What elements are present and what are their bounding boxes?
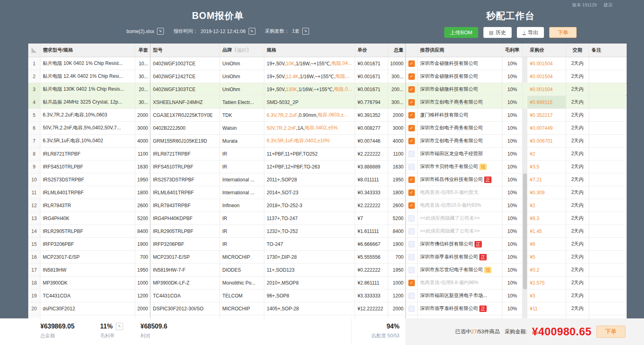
cell-row-number: 9	[28, 160, 40, 173]
vertical-scrollbar-thumb[interactable]	[523, 173, 527, 289]
order-button-bottom[interactable]: 下单	[596, 326, 625, 338]
cell-brand: Walsin	[220, 122, 264, 135]
cell-purchase-price[interactable]: ¥3	[527, 289, 566, 302]
row-checkbox[interactable]	[408, 228, 415, 235]
cell-purchase-price[interactable]: ¥6.3	[527, 212, 566, 225]
cell-supplier[interactable]: 电商直供-信用10.0-履约93%	[418, 199, 502, 212]
cell-delivery: 2天内	[566, 57, 589, 70]
row-checkbox[interactable]: ✓	[408, 138, 415, 144]
cell-matched-model: TC4431COA	[150, 289, 220, 302]
row-checkbox[interactable]	[408, 293, 415, 299]
cell-scroll-track	[523, 289, 527, 302]
row-checkbox[interactable]	[408, 241, 415, 247]
cell-delivery: 2天内	[566, 160, 589, 173]
cell-total-qty: 3000	[388, 122, 406, 135]
cell-supplier[interactable]: 深圳市金硕微科技有限公司	[418, 70, 502, 83]
cell-demand-model: 贴片电阻 130K 0402 1% Chip Resis...	[40, 83, 135, 96]
suggestion-link[interactable]: 建议	[604, 2, 613, 7]
cell-supplier[interactable]: 深圳市福田区龙业电子经营部	[418, 148, 502, 160]
cell-purchase-price[interactable]: ¥6	[527, 238, 566, 251]
row-checkbox[interactable]: ✓	[408, 280, 415, 286]
cell-supplier[interactable]: 深圳市福田区新亚洲电子市场...	[418, 289, 502, 302]
cell-purchase-price[interactable]: ¥2.575	[527, 276, 566, 289]
edit-sets-icon[interactable]: ✎	[302, 28, 309, 35]
cell-purchase-price[interactable]: ¥0.006701	[527, 135, 566, 148]
table-row: 3贴片电阻 130K 0402 1% Chip Resis...20...040…	[28, 83, 627, 96]
cell-supplier[interactable]: 电商直供-信用9.8-履约96%	[418, 276, 502, 289]
order-button-top[interactable]: 下单	[549, 27, 577, 38]
edit-time-icon[interactable]: ✎	[249, 28, 255, 35]
row-checkbox[interactable]: ✓	[408, 99, 415, 106]
table-body: 1贴片电阻 10K 0402 1% Chip Resist...10...040…	[28, 57, 627, 319]
row-checkbox[interactable]: ✓	[408, 125, 415, 131]
cell-purchase-price[interactable]: ¥3.5	[527, 160, 566, 173]
upload-bom-button[interactable]: 上传BOM	[444, 27, 478, 38]
export-button[interactable]: ↓ 导出	[517, 27, 544, 38]
cell-purchase-price[interactable]: ¥0.2	[527, 264, 566, 276]
row-checkbox[interactable]	[408, 164, 415, 170]
table-row: 56.3V,7R,2.2uF,电容,10%,06032000CGA3E1X7R0…	[28, 109, 627, 122]
row-checkbox[interactable]	[408, 215, 415, 222]
row-checkbox[interactable]	[408, 151, 415, 157]
cell-purchase-price[interactable]: ¥11	[527, 302, 566, 315]
cell-demand-model: MCP23017-E/SP	[40, 251, 135, 264]
cell-supplier[interactable]: 深圳市金硕微科技有限公司	[418, 83, 502, 96]
spec-segment: 1232+,TO-252	[267, 229, 298, 234]
cell-supplier[interactable]: 深圳市佛信科技有限公司正	[418, 238, 502, 251]
cell-total-qty: 8400	[388, 225, 406, 238]
cell-spec: 2011+,SOP28	[264, 173, 355, 186]
cell-purchase-price[interactable]: ¥1.45	[527, 225, 566, 238]
cell-supplier[interactable]: 深圳市立创电子商务有限公司	[418, 135, 502, 148]
cell-purchase-price[interactable]: ¥0.699115	[527, 96, 566, 109]
cell-supplier[interactable]: 深圳市立创电子商务有限公司	[418, 122, 502, 135]
cell-purchase-price[interactable]: ¥0.001504	[527, 57, 566, 70]
row-checkbox[interactable]	[408, 254, 415, 260]
row-checkbox[interactable]: ✓	[408, 112, 415, 118]
cell-supplier[interactable]: 深圳市卡贝特电子有限公司现	[418, 160, 502, 173]
cell-supplier[interactable]: 深圳市崇亨泰科技有限公司正	[418, 251, 502, 264]
row-checkbox[interactable]: ✓	[408, 73, 415, 80]
cell-purchase-price[interactable]: ¥0.309	[527, 186, 566, 199]
row-checkbox[interactable]: ✓	[408, 177, 415, 183]
cell-supplier[interactable]: 深圳市立创电子商务有限公司	[418, 96, 502, 109]
row-checkbox[interactable]: ✓	[408, 60, 415, 67]
cell-scroll-track	[523, 122, 527, 135]
cell-demand-model: dsPIC30F2012	[40, 302, 135, 315]
row-checkbox[interactable]	[408, 267, 415, 273]
cell-supplier[interactable]: 深圳市东芯世纪电子有限公司现	[418, 264, 502, 276]
cell-row-number: 2	[28, 70, 40, 83]
cell-supplier[interactable]: 厦门唯样科技有限公司	[418, 109, 502, 122]
edit-margin-icon[interactable]: ✎	[116, 323, 123, 330]
cell-purchase-price[interactable]: ¥0.007449	[527, 122, 566, 135]
select-all-corner[interactable]	[28, 44, 40, 57]
cell-row-number: 19	[28, 289, 40, 302]
cell-matched-model: IRFP3206PBF	[150, 238, 220, 251]
cell-purchase-price[interactable]: ¥0.001504	[527, 83, 566, 96]
cell-matched-model: IRLML6401TRPBF	[150, 186, 220, 199]
row-checkbox[interactable]	[408, 306, 415, 312]
cell-purchase-price[interactable]: ¥5	[527, 251, 566, 264]
cell-supplier[interactable]: <<此供应商隐藏了公司名>>	[418, 212, 502, 225]
cell-purchase-price[interactable]: ¥0.001504	[527, 70, 566, 83]
cell-supplier[interactable]: <<此供应商隐藏了公司名>>	[418, 225, 502, 238]
cell-remark	[589, 186, 626, 199]
row-checkbox[interactable]: ✓	[408, 86, 415, 93]
cell-supplier[interactable]: 深圳市金硕微科技有限公司	[418, 57, 502, 70]
cell-purchase-price[interactable]: ¥7.21	[527, 173, 566, 186]
history-button[interactable]: ▤ 历史	[483, 27, 512, 38]
cell-purchase-price[interactable]: ¥2	[527, 199, 566, 212]
cell-supplier[interactable]: 深圳市崇亨泰科技有限公司正	[418, 302, 502, 315]
cell-remark	[589, 276, 626, 289]
match-label-line: 匹配度 50/53	[307, 333, 399, 339]
spec-segment: 电容,0603,±...	[318, 112, 347, 118]
cell-unit-price: ¥0.001671	[355, 70, 388, 83]
cell-supplier[interactable]: 深圳市裕昌伟业科技有限公司正	[418, 173, 502, 186]
row-checkbox[interactable]: ✓	[408, 202, 415, 209]
cell-supplier[interactable]: 电商直供-信用5.0-履约暂无	[418, 186, 502, 199]
row-checkbox[interactable]: ✓	[408, 189, 415, 196]
cell-purchase-price[interactable]: ¥2	[527, 148, 566, 160]
spec-segment: 10K	[286, 61, 294, 67]
cell-delivery: 2天内	[566, 276, 589, 289]
cell-purchase-price[interactable]: ¥0.352217	[527, 109, 566, 122]
edit-file-icon[interactable]: ✎	[157, 28, 164, 35]
